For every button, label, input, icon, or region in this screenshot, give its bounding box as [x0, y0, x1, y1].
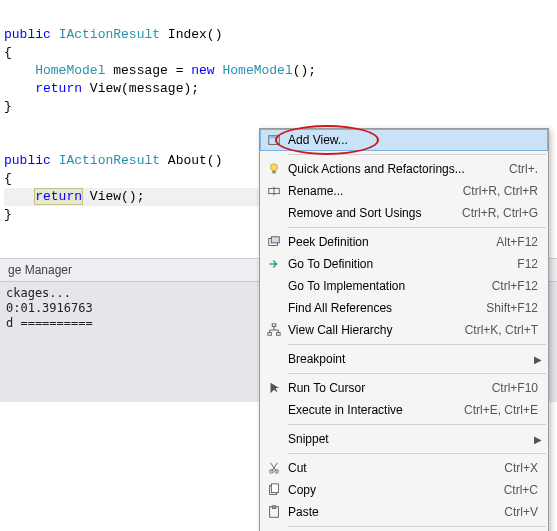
submenu-arrow-icon: ▶: [532, 354, 542, 365]
brace-close: }: [4, 207, 12, 222]
menu-item-snippet[interactable]: Snippet▶: [260, 428, 548, 450]
menu-item-label: Remove and Sort Usings: [284, 206, 462, 220]
code-text: View(message);: [82, 81, 199, 96]
svg-rect-16: [272, 506, 276, 509]
menu-item-label: Run To Cursor: [284, 381, 492, 395]
menu-item-label: View Call Hierarchy: [284, 323, 465, 337]
menu-separator: [288, 227, 546, 228]
menu-item-label: Snippet: [284, 432, 532, 446]
menu-item-label: Go To Definition: [284, 257, 517, 271]
type-homemodel: HomeModel: [222, 63, 292, 78]
submenu-arrow-icon: ▶: [532, 434, 542, 445]
cursor-icon: [264, 381, 284, 395]
type-homemodel: HomeModel: [35, 63, 105, 78]
keyword-new: new: [191, 63, 214, 78]
menu-item-shortcut: Ctrl+R, Ctrl+G: [462, 206, 542, 220]
svg-rect-8: [272, 324, 276, 327]
menu-separator: [288, 424, 546, 425]
keyword-public: public: [4, 27, 51, 42]
menu-item-shortcut: Ctrl+F10: [492, 381, 542, 395]
menu-item-label: Paste: [284, 505, 504, 519]
menu-item-add-view[interactable]: Add View...: [260, 129, 548, 151]
copy-icon: [264, 483, 284, 497]
keyword-return: return: [35, 81, 82, 96]
menu-item-label: Quick Actions and Refactorings...: [284, 162, 509, 176]
bulb-icon: [264, 162, 284, 176]
output-line: ckages...: [6, 286, 71, 300]
type-iactionresult: IActionResult: [59, 153, 160, 168]
method-name-index: Index(): [160, 27, 222, 42]
svg-rect-7: [271, 237, 279, 243]
menu-item-rename[interactable]: Rename...Ctrl+R, Ctrl+R: [260, 180, 548, 202]
menu-separator: [288, 453, 546, 454]
menu-item-label: Rename...: [284, 184, 463, 198]
menu-separator: [288, 526, 546, 527]
cut-icon: [264, 461, 284, 475]
menu-item-shortcut: Ctrl+X: [504, 461, 542, 475]
svg-rect-3: [272, 171, 276, 174]
method-name-about: About(): [160, 153, 222, 168]
menu-item-shortcut: Ctrl+K, Ctrl+T: [465, 323, 542, 337]
keyword-public: public: [4, 153, 51, 168]
menu-item-shortcut: Ctrl+R, Ctrl+R: [463, 184, 542, 198]
svg-rect-9: [268, 333, 272, 336]
menu-item-shortcut: F12: [517, 257, 542, 271]
type-iactionresult: IActionResult: [59, 27, 160, 42]
menu-item-shortcut: Shift+F12: [486, 301, 542, 315]
menu-item-breakpoint[interactable]: Breakpoint▶: [260, 348, 548, 370]
svg-rect-14: [271, 484, 278, 493]
menu-item-label: Execute in Interactive: [284, 403, 464, 417]
code-text: ();: [293, 63, 316, 78]
brace-open: {: [4, 45, 12, 60]
menu-separator: [288, 344, 546, 345]
rename-icon: [264, 184, 284, 198]
menu-item-label: Cut: [284, 461, 504, 475]
svg-point-2: [271, 164, 278, 171]
context-menu[interactable]: Add View...Quick Actions and Refactoring…: [259, 128, 549, 531]
menu-item-label: Breakpoint: [284, 352, 532, 366]
menu-item-shortcut: Ctrl+C: [504, 483, 542, 497]
output-line: 0:01.3916763: [6, 301, 93, 315]
menu-item-label: Add View...: [284, 133, 542, 147]
menu-item-go-to-definition[interactable]: Go To DefinitionF12: [260, 253, 548, 275]
menu-item-shortcut: Ctrl+V: [504, 505, 542, 519]
menu-item-paste[interactable]: PasteCtrl+V: [260, 501, 548, 523]
menu-separator: [288, 154, 546, 155]
menu-item-shortcut: Ctrl+.: [509, 162, 542, 176]
menu-item-find-all-references[interactable]: Find All ReferencesShift+F12: [260, 297, 548, 319]
svg-rect-10: [277, 333, 281, 336]
menu-item-label: Peek Definition: [284, 235, 496, 249]
menu-item-view-call-hierarchy[interactable]: View Call HierarchyCtrl+K, Ctrl+T: [260, 319, 548, 341]
svg-rect-1: [269, 136, 280, 139]
menu-item-copy[interactable]: CopyCtrl+C: [260, 479, 548, 501]
code-text: message =: [105, 63, 191, 78]
goto-icon: [264, 257, 284, 271]
menu-item-run-to-cursor[interactable]: Run To CursorCtrl+F10: [260, 377, 548, 399]
menu-item-go-to-implementation[interactable]: Go To ImplementationCtrl+F12: [260, 275, 548, 297]
code-text: View();: [82, 189, 144, 204]
brace-open: {: [4, 171, 12, 186]
menu-item-remove-and-sort-usings[interactable]: Remove and Sort UsingsCtrl+R, Ctrl+G: [260, 202, 548, 224]
menu-item-shortcut: Ctrl+E, Ctrl+E: [464, 403, 542, 417]
menu-separator: [288, 373, 546, 374]
menu-item-execute-in-interactive[interactable]: Execute in InteractiveCtrl+E, Ctrl+E: [260, 399, 548, 421]
menu-item-shortcut: Alt+F12: [496, 235, 542, 249]
menu-item-shortcut: Ctrl+F12: [492, 279, 542, 293]
output-line: d ==========: [6, 316, 93, 330]
paste-icon: [264, 505, 284, 519]
menu-item-label: Go To Implementation: [284, 279, 492, 293]
view-icon: [264, 133, 284, 147]
hier-icon: [264, 323, 284, 337]
menu-item-quick-actions-and-refactorings[interactable]: Quick Actions and Refactorings...Ctrl+.: [260, 158, 548, 180]
keyword-return: return: [35, 189, 82, 204]
menu-item-label: Find All References: [284, 301, 486, 315]
menu-item-cut[interactable]: CutCtrl+X: [260, 457, 548, 479]
menu-item-peek-definition[interactable]: Peek DefinitionAlt+F12: [260, 231, 548, 253]
peek-icon: [264, 235, 284, 249]
brace-close: }: [4, 99, 12, 114]
menu-item-label: Copy: [284, 483, 504, 497]
